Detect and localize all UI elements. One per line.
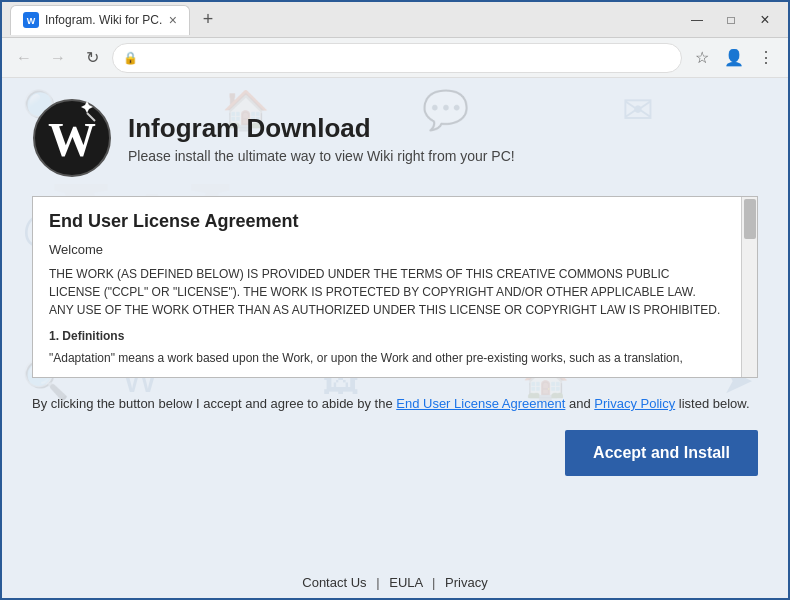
tab-favicon: W bbox=[23, 12, 39, 28]
address-bar[interactable]: 🔒 bbox=[112, 43, 682, 73]
eula-welcome: Welcome bbox=[49, 242, 721, 257]
eula-content[interactable]: End User License Agreement Welcome THE W… bbox=[33, 197, 757, 377]
tab-bar: W Infogram. Wiki for PC. × + bbox=[10, 5, 678, 35]
footer-sep-1: | bbox=[376, 575, 379, 590]
window-controls: — □ × bbox=[682, 10, 780, 30]
active-tab[interactable]: W Infogram. Wiki for PC. × bbox=[10, 5, 190, 35]
eula-link[interactable]: End User License Agreement bbox=[396, 396, 565, 411]
title-bar: W Infogram. Wiki for PC. × + — □ × bbox=[2, 2, 788, 38]
page-footer: Contact Us | EULA | Privacy bbox=[2, 575, 788, 590]
app-title: Infogram Download bbox=[128, 113, 515, 144]
forward-button[interactable]: → bbox=[44, 44, 72, 72]
agreement-text-1: By clicking the button below I accept an… bbox=[32, 396, 396, 411]
header-text: Infogram Download Please install the ult… bbox=[128, 113, 515, 164]
toolbar-right: ☆ 👤 ⋮ bbox=[688, 44, 780, 72]
footer-privacy-link[interactable]: Privacy bbox=[445, 575, 488, 590]
eula-section-title: 1. Definitions bbox=[49, 329, 721, 343]
browser-window: W Infogram. Wiki for PC. × + — □ × ← → ↻… bbox=[0, 0, 790, 600]
app-subtitle: Please install the ultimate way to view … bbox=[128, 148, 515, 164]
app-logo: W bbox=[32, 98, 112, 178]
app-header: W Infogram Download Please install the u… bbox=[32, 98, 758, 178]
address-bar-row: ← → ↻ 🔒 ☆ 👤 ⋮ bbox=[2, 38, 788, 78]
agreement-text-3: listed below. bbox=[675, 396, 749, 411]
lock-icon: 🔒 bbox=[123, 51, 138, 65]
footer-contact-link[interactable]: Contact Us bbox=[302, 575, 366, 590]
new-tab-button[interactable]: + bbox=[194, 6, 222, 34]
refresh-button[interactable]: ↻ bbox=[78, 44, 106, 72]
accept-install-button[interactable]: Accept and Install bbox=[565, 430, 758, 476]
agreement-text-2: and bbox=[565, 396, 594, 411]
eula-title: End User License Agreement bbox=[49, 211, 721, 232]
page-content: 🔍 🏠 💬 ✉ @ 💬 📞 ➤ 🔍 W 🖼 🏠 ➤ W W bbox=[2, 78, 788, 598]
menu-button[interactable]: ⋮ bbox=[752, 44, 780, 72]
eula-section-body: "Adaptation" means a work based upon the… bbox=[49, 349, 721, 367]
main-content: W Infogram Download Please install the u… bbox=[2, 78, 788, 450]
tab-close-btn[interactable]: × bbox=[169, 12, 177, 28]
maximize-button[interactable]: □ bbox=[716, 10, 746, 30]
profile-button[interactable]: 👤 bbox=[720, 44, 748, 72]
back-button[interactable]: ← bbox=[10, 44, 38, 72]
close-button[interactable]: × bbox=[750, 10, 780, 30]
svg-text:W: W bbox=[48, 113, 96, 166]
svg-text:W: W bbox=[27, 16, 36, 26]
footer-eula-link[interactable]: EULA bbox=[389, 575, 422, 590]
tab-title: Infogram. Wiki for PC. bbox=[45, 13, 162, 27]
eula-scrollbar[interactable] bbox=[741, 197, 757, 377]
footer-sep-2: | bbox=[432, 575, 435, 590]
bookmark-button[interactable]: ☆ bbox=[688, 44, 716, 72]
eula-box: End User License Agreement Welcome THE W… bbox=[32, 196, 758, 378]
minimize-button[interactable]: — bbox=[682, 10, 712, 30]
eula-body: THE WORK (AS DEFINED BELOW) IS PROVIDED … bbox=[49, 265, 721, 319]
eula-scrollbar-thumb[interactable] bbox=[744, 199, 756, 239]
privacy-link[interactable]: Privacy Policy bbox=[594, 396, 675, 411]
agreement-text: By clicking the button below I accept an… bbox=[32, 394, 758, 414]
